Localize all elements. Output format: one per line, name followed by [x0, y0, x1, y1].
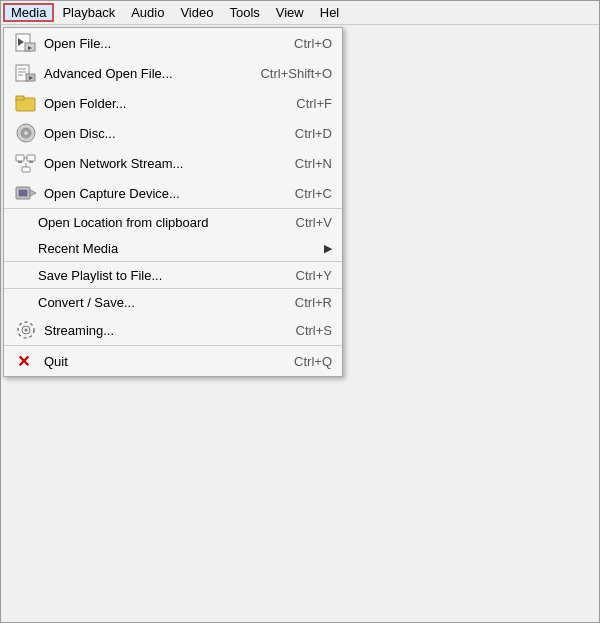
open-network-item[interactable]: Open Network Stream... Ctrl+N [4, 148, 342, 178]
help-menu-item[interactable]: Hel [312, 3, 348, 22]
advanced-open-icon [14, 63, 38, 83]
open-location-label: Open Location from clipboard [38, 215, 276, 230]
svg-text:✕: ✕ [17, 353, 30, 370]
svg-rect-24 [19, 190, 27, 196]
network-icon [14, 153, 38, 173]
convert-save-item[interactable]: Convert / Save... Ctrl+R [4, 289, 342, 315]
media-menu-item[interactable]: Media [3, 3, 54, 22]
open-section: Open File... Ctrl+O [4, 28, 342, 209]
open-capture-label: Open Capture Device... [44, 186, 275, 201]
open-location-shortcut: Ctrl+V [296, 215, 332, 230]
quit-item[interactable]: ✕ Quit Ctrl+Q [4, 346, 342, 376]
open-file-item[interactable]: Open File... Ctrl+O [4, 28, 342, 58]
recent-media-label: Recent Media [38, 241, 319, 256]
media-dropdown: Open File... Ctrl+O [3, 27, 343, 377]
open-disc-item[interactable]: Open Disc... Ctrl+D [4, 118, 342, 148]
open-folder-item[interactable]: Open Folder... Ctrl+F [4, 88, 342, 118]
quit-section: ✕ Quit Ctrl+Q [4, 346, 342, 376]
file-play-icon [14, 33, 38, 53]
convert-section: Convert / Save... Ctrl+R Strea [4, 289, 342, 346]
recent-media-item[interactable]: Recent Media ▶ [4, 235, 342, 261]
playback-menu-item[interactable]: Playback [54, 3, 123, 22]
view-menu-item[interactable]: View [268, 3, 312, 22]
streaming-item[interactable]: Streaming... Ctrl+S [4, 315, 342, 345]
streaming-label: Streaming... [44, 323, 276, 338]
capture-icon [14, 183, 38, 203]
audio-menu-item[interactable]: Audio [123, 3, 172, 22]
convert-save-shortcut: Ctrl+R [295, 295, 332, 310]
svg-point-15 [25, 132, 27, 134]
open-capture-shortcut: Ctrl+C [295, 186, 332, 201]
open-location-item[interactable]: Open Location from clipboard Ctrl+V [4, 209, 342, 235]
svg-rect-18 [27, 155, 35, 161]
open-file-label: Open File... [44, 36, 274, 51]
convert-save-label: Convert / Save... [38, 295, 275, 310]
recent-media-arrow: ▶ [324, 242, 332, 255]
app-window: Media Op [0, 0, 600, 623]
open-disc-label: Open Disc... [44, 126, 275, 141]
advanced-open-label: Advanced Open File... [44, 66, 240, 81]
menubar: Media Op [1, 1, 599, 25]
svg-rect-21 [22, 167, 30, 172]
open-folder-shortcut: Ctrl+F [296, 96, 332, 111]
svg-rect-17 [18, 161, 22, 163]
open-file-shortcut: Ctrl+O [294, 36, 332, 51]
advanced-open-item[interactable]: Advanced Open File... Ctrl+Shift+O [4, 58, 342, 88]
location-section: Open Location from clipboard Ctrl+V Rece… [4, 209, 342, 262]
video-menu-item[interactable]: Video [172, 3, 221, 22]
advanced-open-shortcut: Ctrl+Shift+O [260, 66, 332, 81]
save-playlist-item[interactable]: Save Playlist to File... Ctrl+Y [4, 262, 342, 288]
save-playlist-label: Save Playlist to File... [38, 268, 276, 283]
save-playlist-shortcut: Ctrl+Y [296, 268, 332, 283]
open-capture-item[interactable]: Open Capture Device... Ctrl+C [4, 178, 342, 208]
folder-icon [14, 93, 38, 113]
media-menu-container: Media Op [3, 3, 54, 22]
svg-point-28 [25, 329, 28, 332]
open-network-shortcut: Ctrl+N [295, 156, 332, 171]
svg-marker-25 [30, 190, 36, 196]
quit-label: Quit [44, 354, 274, 369]
open-folder-label: Open Folder... [44, 96, 276, 111]
tools-menu-item[interactable]: Tools [221, 3, 267, 22]
quit-shortcut: Ctrl+Q [294, 354, 332, 369]
streaming-icon [14, 320, 38, 340]
streaming-shortcut: Ctrl+S [296, 323, 332, 338]
open-network-label: Open Network Stream... [44, 156, 275, 171]
open-disc-shortcut: Ctrl+D [295, 126, 332, 141]
disc-icon [14, 123, 38, 143]
quit-icon: ✕ [14, 351, 38, 371]
svg-rect-19 [29, 161, 33, 163]
svg-rect-16 [16, 155, 24, 161]
svg-rect-11 [16, 96, 24, 100]
playlist-section: Save Playlist to File... Ctrl+Y [4, 262, 342, 289]
